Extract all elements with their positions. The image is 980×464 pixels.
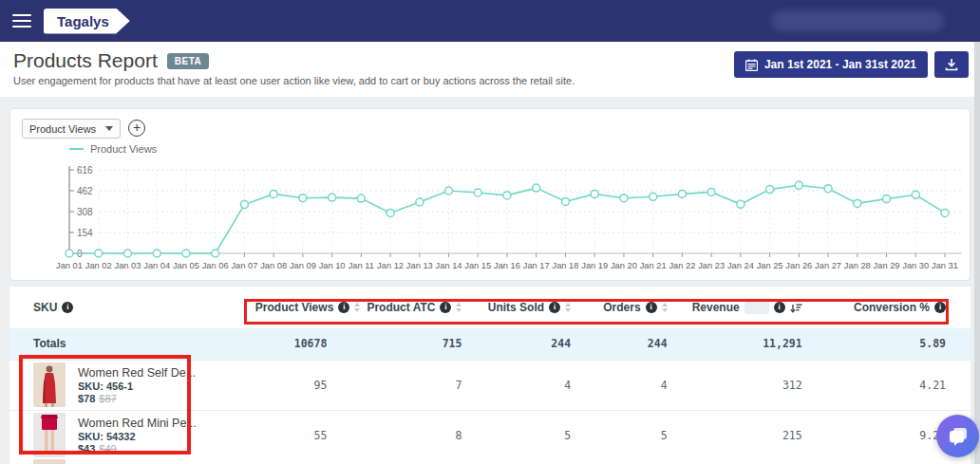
- cell-product-atc: 8: [351, 410, 486, 460]
- column-header-orders[interactable]: Ordersi: [595, 287, 692, 328]
- svg-text:Jan 08: Jan 08: [260, 261, 287, 270]
- totals-row: Totals 10678 715 244 244 11,291 5.89: [9, 328, 971, 360]
- svg-text:Jan 01: Jan 01: [56, 261, 83, 270]
- product-name[interactable]: Women Red Self De...: [78, 366, 196, 380]
- redacted-account-info: [771, 10, 944, 31]
- totals-revenue: 11,291: [692, 328, 827, 360]
- info-icon[interactable]: i: [646, 302, 657, 313]
- chart-legend: Product Views: [69, 143, 157, 155]
- svg-text:Jan 03: Jan 03: [115, 261, 141, 270]
- chat-bubble-icon: [947, 425, 970, 448]
- sort-icon[interactable]: [565, 303, 571, 312]
- svg-text:Jan 26: Jan 26: [785, 261, 812, 270]
- sort-icon[interactable]: [456, 303, 462, 312]
- table-row[interactable]: Women Red Mini Pe... SKU: 54332 $43$49 5…: [9, 410, 971, 460]
- product-views-line-chart[interactable]: 0154308462616Jan 01Jan 02Jan 03Jan 04Jan…: [12, 158, 970, 278]
- cell-product-views: 55: [255, 410, 352, 460]
- svg-text:Jan 02: Jan 02: [85, 261, 112, 270]
- svg-text:Jan 24: Jan 24: [727, 261, 754, 270]
- products-report-page: Tagalys Products Report BETA User engage…: [0, 0, 980, 464]
- svg-text:Jan 27: Jan 27: [815, 261, 841, 270]
- totals-units-sold: 244: [486, 328, 595, 360]
- svg-text:Jan 18: Jan 18: [553, 261, 579, 270]
- svg-text:Jan 31: Jan 31: [932, 261, 958, 270]
- svg-text:Jan 23: Jan 23: [698, 261, 725, 270]
- svg-text:Jan 04: Jan 04: [143, 261, 170, 270]
- products-table-panel: SKUi Product Viewsi Product ATCi Units S…: [9, 287, 971, 464]
- info-icon[interactable]: i: [338, 302, 349, 313]
- chart-panel: Product Views + Product Views 0154308462…: [9, 108, 971, 281]
- product-name[interactable]: Women Red Mini Pe...: [78, 417, 197, 430]
- svg-text:462: 462: [77, 186, 93, 196]
- svg-text:616: 616: [77, 165, 93, 176]
- beta-badge: BETA: [167, 53, 209, 69]
- svg-text:Jan 30: Jan 30: [902, 261, 929, 270]
- svg-text:Jan 13: Jan 13: [406, 261, 433, 270]
- calendar-icon: [745, 59, 758, 71]
- product-sku: SKU: 54332: [78, 431, 197, 442]
- info-icon[interactable]: i: [440, 302, 451, 313]
- totals-label: Totals: [9, 328, 255, 360]
- info-icon[interactable]: i: [549, 302, 560, 313]
- add-metric-button[interactable]: +: [128, 120, 145, 137]
- hamburger-menu-icon[interactable]: [12, 14, 31, 28]
- totals-conversion: 5.89: [827, 328, 971, 360]
- column-header-conversion[interactable]: Conversion %i: [827, 287, 971, 328]
- info-icon[interactable]: i: [934, 302, 946, 313]
- cell-revenue: 312: [692, 360, 827, 410]
- download-button[interactable]: [934, 51, 969, 78]
- product-old-price: $49: [99, 443, 116, 455]
- column-header-units-sold[interactable]: Units Soldi: [486, 287, 595, 328]
- metric-dropdown[interactable]: Product Views: [22, 119, 121, 139]
- metric-dropdown-value: Product Views: [29, 123, 96, 135]
- product-sku: SKU: 456-1: [78, 380, 196, 392]
- totals-orders: 244: [595, 328, 692, 360]
- legend-label: Product Views: [90, 143, 157, 155]
- totals-product-atc: 715: [351, 328, 486, 360]
- sort-desc-active-icon[interactable]: [790, 302, 802, 313]
- info-icon[interactable]: i: [774, 302, 785, 313]
- page-scrollbar[interactable]: [974, 42, 980, 464]
- cell-orders: 5: [595, 410, 692, 460]
- svg-text:308: 308: [77, 207, 93, 217]
- sort-icon[interactable]: [354, 303, 360, 312]
- svg-text:Jan 20: Jan 20: [611, 261, 637, 270]
- sort-icon[interactable]: [662, 303, 668, 312]
- column-header-revenue[interactable]: Revenuei: [692, 287, 827, 328]
- cell-conversion: 4.21: [827, 360, 971, 410]
- table-row[interactable]: Women Red Self De... SKU: 456-1 $78$87 9…: [9, 360, 971, 410]
- svg-text:Jan 21: Jan 21: [640, 261, 667, 270]
- tagalys-logo[interactable]: Tagalys: [44, 9, 130, 34]
- svg-text:Jan 25: Jan 25: [757, 261, 783, 270]
- cell-revenue: 215: [692, 410, 827, 460]
- column-header-sku[interactable]: SKUi: [9, 287, 255, 328]
- page-title: Products Report: [13, 49, 158, 72]
- svg-text:Jan 10: Jan 10: [319, 261, 346, 270]
- table-header-row: SKUi Product Viewsi Product ATCi Units S…: [9, 287, 971, 328]
- svg-text:Jan 07: Jan 07: [231, 261, 257, 270]
- cell-product-views: 95: [255, 360, 352, 410]
- svg-text:154: 154: [77, 228, 93, 238]
- product-image: [33, 362, 66, 407]
- product-old-price: $87: [99, 393, 116, 404]
- svg-text:Jan 09: Jan 09: [290, 261, 316, 270]
- cell-units-sold: 5: [486, 410, 595, 460]
- info-icon[interactable]: i: [62, 302, 73, 313]
- column-header-product-atc[interactable]: Product ATCi: [351, 287, 486, 328]
- date-range-button[interactable]: Jan 1st 2021 - Jan 31st 2021: [734, 51, 928, 78]
- svg-text:Jan 16: Jan 16: [494, 261, 520, 270]
- svg-text:Jan 17: Jan 17: [523, 261, 550, 270]
- download-icon: [945, 58, 958, 71]
- svg-text:Jan 29: Jan 29: [874, 261, 900, 270]
- svg-text:Jan 28: Jan 28: [844, 261, 871, 270]
- top-navbar: Tagalys: [0, 0, 980, 42]
- product-price: $78: [78, 393, 95, 404]
- cell-orders: 4: [595, 360, 692, 410]
- column-header-product-views[interactable]: Product Viewsi: [255, 287, 352, 328]
- chevron-down-icon: [105, 126, 113, 131]
- svg-text:Jan 11: Jan 11: [349, 261, 374, 270]
- chat-launcher-button[interactable]: [936, 415, 979, 457]
- product-image: [33, 413, 66, 457]
- cell-units-sold: 4: [486, 360, 595, 410]
- svg-text:Jan 06: Jan 06: [202, 261, 229, 270]
